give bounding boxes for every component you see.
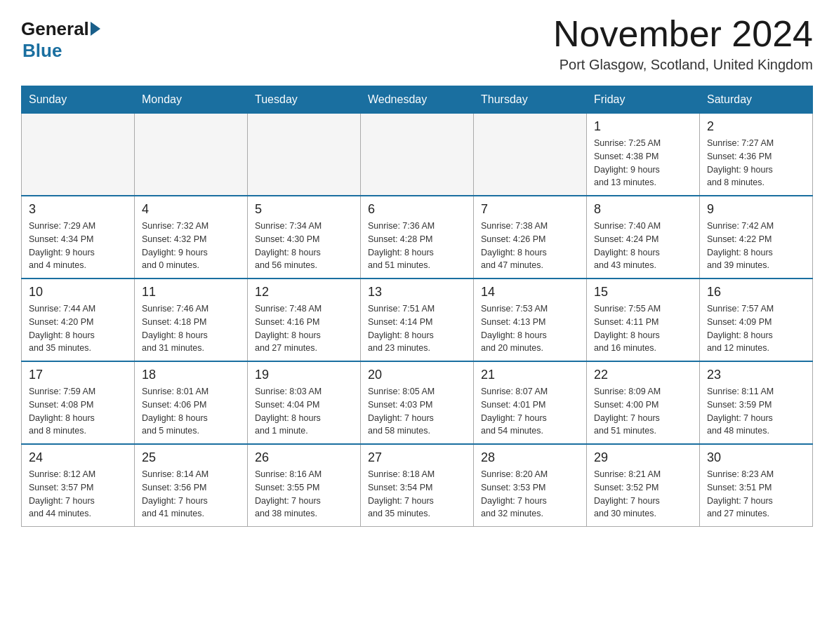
day-number: 18	[142, 368, 240, 382]
logo-general-text: General	[21, 18, 89, 40]
calendar-cell: 26Sunrise: 8:16 AMSunset: 3:55 PMDayligh…	[248, 444, 361, 527]
calendar-cell: 1Sunrise: 7:25 AMSunset: 4:38 PMDaylight…	[587, 114, 700, 196]
day-number: 16	[707, 285, 805, 300]
day-number: 12	[255, 285, 353, 300]
day-number: 13	[368, 285, 466, 300]
day-number: 14	[481, 285, 579, 300]
day-info: Sunrise: 8:11 AMSunset: 3:59 PMDaylight:…	[707, 385, 805, 438]
calendar-cell: 11Sunrise: 7:46 AMSunset: 4:18 PMDayligh…	[135, 279, 248, 361]
day-number: 27	[368, 450, 466, 465]
day-number: 9	[707, 202, 805, 217]
calendar-cell: 9Sunrise: 7:42 AMSunset: 4:22 PMDaylight…	[700, 196, 813, 279]
day-info: Sunrise: 8:05 AMSunset: 4:03 PMDaylight:…	[368, 385, 466, 438]
calendar-week-row: 17Sunrise: 7:59 AMSunset: 4:08 PMDayligh…	[22, 361, 813, 444]
day-number: 19	[255, 368, 353, 382]
calendar-cell: 24Sunrise: 8:12 AMSunset: 3:57 PMDayligh…	[22, 444, 135, 527]
day-info: Sunrise: 7:40 AMSunset: 4:24 PMDaylight:…	[594, 220, 692, 272]
location-subtitle: Port Glasgow, Scotland, United Kingdom	[553, 57, 813, 73]
calendar-cell	[135, 114, 248, 196]
day-info: Sunrise: 7:25 AMSunset: 4:38 PMDaylight:…	[594, 137, 692, 189]
day-info: Sunrise: 7:34 AMSunset: 4:30 PMDaylight:…	[255, 220, 353, 272]
calendar-cell: 2Sunrise: 7:27 AMSunset: 4:36 PMDaylight…	[700, 114, 813, 196]
day-info: Sunrise: 7:38 AMSunset: 4:26 PMDaylight:…	[481, 220, 579, 272]
day-info: Sunrise: 7:57 AMSunset: 4:09 PMDaylight:…	[707, 302, 805, 355]
day-number: 11	[142, 285, 240, 300]
header-day-tuesday: Tuesday	[248, 86, 361, 114]
day-number: 30	[707, 450, 805, 465]
logo-blue-text: Blue	[22, 40, 62, 62]
calendar-week-row: 3Sunrise: 7:29 AMSunset: 4:34 PMDaylight…	[22, 196, 813, 279]
calendar-cell: 20Sunrise: 8:05 AMSunset: 4:03 PMDayligh…	[361, 361, 474, 444]
calendar-cell: 4Sunrise: 7:32 AMSunset: 4:32 PMDaylight…	[135, 196, 248, 279]
day-info: Sunrise: 7:29 AMSunset: 4:34 PMDaylight:…	[29, 220, 127, 272]
day-info: Sunrise: 8:20 AMSunset: 3:53 PMDaylight:…	[481, 468, 579, 521]
calendar-cell: 13Sunrise: 7:51 AMSunset: 4:14 PMDayligh…	[361, 279, 474, 361]
calendar-cell: 27Sunrise: 8:18 AMSunset: 3:54 PMDayligh…	[361, 444, 474, 527]
calendar-cell: 16Sunrise: 7:57 AMSunset: 4:09 PMDayligh…	[700, 279, 813, 361]
day-number: 25	[142, 450, 240, 465]
day-info: Sunrise: 7:27 AMSunset: 4:36 PMDaylight:…	[707, 137, 805, 189]
day-number: 21	[481, 368, 579, 382]
calendar-table: SundayMondayTuesdayWednesdayThursdayFrid…	[21, 86, 813, 527]
day-info: Sunrise: 8:03 AMSunset: 4:04 PMDaylight:…	[255, 385, 353, 438]
logo-arrow-icon	[91, 22, 100, 36]
day-info: Sunrise: 8:14 AMSunset: 3:56 PMDaylight:…	[142, 468, 240, 521]
header-day-wednesday: Wednesday	[361, 86, 474, 114]
day-info: Sunrise: 7:59 AMSunset: 4:08 PMDaylight:…	[29, 385, 127, 438]
day-info: Sunrise: 8:01 AMSunset: 4:06 PMDaylight:…	[142, 385, 240, 438]
day-number: 20	[368, 368, 466, 382]
day-info: Sunrise: 8:09 AMSunset: 4:00 PMDaylight:…	[594, 385, 692, 438]
header-day-saturday: Saturday	[700, 86, 813, 114]
calendar-cell: 10Sunrise: 7:44 AMSunset: 4:20 PMDayligh…	[22, 279, 135, 361]
calendar-cell: 8Sunrise: 7:40 AMSunset: 4:24 PMDaylight…	[587, 196, 700, 279]
day-info: Sunrise: 7:55 AMSunset: 4:11 PMDaylight:…	[594, 302, 692, 355]
page-header: General Blue November 2024 Port Glasgow,…	[21, 14, 813, 73]
calendar-cell: 19Sunrise: 8:03 AMSunset: 4:04 PMDayligh…	[248, 361, 361, 444]
day-info: Sunrise: 7:48 AMSunset: 4:16 PMDaylight:…	[255, 302, 353, 355]
calendar-cell	[361, 114, 474, 196]
header-day-thursday: Thursday	[474, 86, 587, 114]
calendar-cell: 3Sunrise: 7:29 AMSunset: 4:34 PMDaylight…	[22, 196, 135, 279]
day-info: Sunrise: 7:46 AMSunset: 4:18 PMDaylight:…	[142, 302, 240, 355]
day-number: 7	[481, 202, 579, 217]
day-number: 23	[707, 368, 805, 382]
logo: General Blue	[21, 14, 100, 62]
day-info: Sunrise: 7:42 AMSunset: 4:22 PMDaylight:…	[707, 220, 805, 272]
calendar-cell: 25Sunrise: 8:14 AMSunset: 3:56 PMDayligh…	[135, 444, 248, 527]
day-info: Sunrise: 8:21 AMSunset: 3:52 PMDaylight:…	[594, 468, 692, 521]
day-number: 8	[594, 202, 692, 217]
day-number: 22	[594, 368, 692, 382]
month-title: November 2024	[553, 14, 813, 54]
title-section: November 2024 Port Glasgow, Scotland, Un…	[553, 14, 813, 73]
calendar-cell	[474, 114, 587, 196]
calendar-cell: 7Sunrise: 7:38 AMSunset: 4:26 PMDaylight…	[474, 196, 587, 279]
calendar-cell: 21Sunrise: 8:07 AMSunset: 4:01 PMDayligh…	[474, 361, 587, 444]
day-info: Sunrise: 8:12 AMSunset: 3:57 PMDaylight:…	[29, 468, 127, 521]
day-number: 1	[594, 119, 692, 134]
day-number: 4	[142, 202, 240, 217]
header-day-monday: Monday	[135, 86, 248, 114]
calendar-cell: 5Sunrise: 7:34 AMSunset: 4:30 PMDaylight…	[248, 196, 361, 279]
day-number: 17	[29, 368, 127, 382]
day-info: Sunrise: 7:36 AMSunset: 4:28 PMDaylight:…	[368, 220, 466, 272]
day-number: 29	[594, 450, 692, 465]
calendar-cell: 18Sunrise: 8:01 AMSunset: 4:06 PMDayligh…	[135, 361, 248, 444]
day-number: 24	[29, 450, 127, 465]
day-info: Sunrise: 8:23 AMSunset: 3:51 PMDaylight:…	[707, 468, 805, 521]
calendar-week-row: 1Sunrise: 7:25 AMSunset: 4:38 PMDaylight…	[22, 114, 813, 196]
day-number: 2	[707, 119, 805, 134]
day-info: Sunrise: 8:07 AMSunset: 4:01 PMDaylight:…	[481, 385, 579, 438]
day-number: 10	[29, 285, 127, 300]
day-number: 6	[368, 202, 466, 217]
calendar-cell: 17Sunrise: 7:59 AMSunset: 4:08 PMDayligh…	[22, 361, 135, 444]
day-number: 26	[255, 450, 353, 465]
day-number: 28	[481, 450, 579, 465]
calendar-cell: 29Sunrise: 8:21 AMSunset: 3:52 PMDayligh…	[587, 444, 700, 527]
calendar-cell: 6Sunrise: 7:36 AMSunset: 4:28 PMDaylight…	[361, 196, 474, 279]
calendar-cell: 22Sunrise: 8:09 AMSunset: 4:00 PMDayligh…	[587, 361, 700, 444]
day-number: 3	[29, 202, 127, 217]
calendar-cell: 30Sunrise: 8:23 AMSunset: 3:51 PMDayligh…	[700, 444, 813, 527]
calendar-header-row: SundayMondayTuesdayWednesdayThursdayFrid…	[22, 86, 813, 114]
calendar-cell: 23Sunrise: 8:11 AMSunset: 3:59 PMDayligh…	[700, 361, 813, 444]
calendar-week-row: 10Sunrise: 7:44 AMSunset: 4:20 PMDayligh…	[22, 279, 813, 361]
